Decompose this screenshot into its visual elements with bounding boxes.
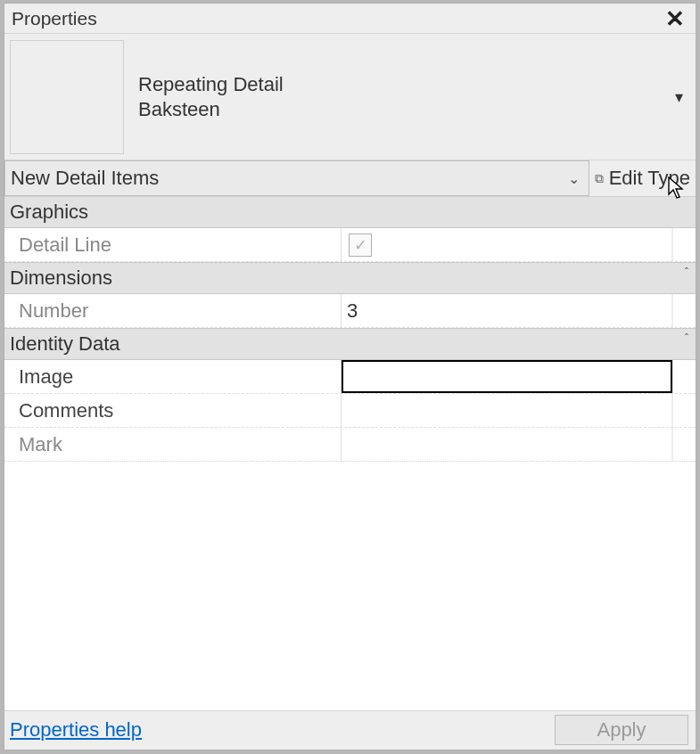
group-header-dimensions[interactable]: Dimensions ˆ — [4, 262, 696, 294]
panel-header: Properties ✕ — [4, 4, 696, 34]
apply-button[interactable]: Apply — [555, 715, 688, 745]
group-header-identity-data[interactable]: Identity Data ˆ — [4, 328, 696, 360]
property-label: Comments — [4, 394, 342, 427]
property-label: Mark — [4, 428, 342, 461]
property-row: Image — [4, 360, 696, 394]
panel-footer: Properties help Apply — [4, 710, 696, 750]
property-row: Mark — [4, 428, 696, 462]
group-label: Identity Data — [10, 332, 120, 355]
collapse-icon[interactable]: ˆ — [685, 266, 688, 279]
instance-filter-dropdown[interactable]: New Detail Items ⌄ — [4, 160, 589, 196]
panel-title: Properties — [12, 8, 97, 29]
property-end-gutter — [672, 294, 696, 327]
group-label: Graphics — [10, 201, 88, 223]
family-name: Repeating Detail — [138, 73, 669, 96]
close-icon[interactable]: ✕ — [662, 7, 688, 30]
collapse-icon[interactable]: ˆ — [685, 332, 688, 345]
checkbox[interactable]: ✓ — [349, 234, 372, 257]
type-name: Baksteen — [138, 98, 669, 121]
property-value: ✓ — [342, 228, 672, 261]
image-field[interactable] — [349, 362, 665, 391]
type-thumbnail — [10, 40, 124, 154]
chevron-down-icon: ⌄ — [568, 170, 580, 187]
filter-row: New Detail Items ⌄ ⧉ Edit Type — [4, 160, 696, 196]
property-value[interactable] — [342, 428, 672, 461]
chevron-down-icon[interactable]: ▾ — [669, 87, 688, 107]
properties-panel: Properties ✕ Repeating Detail Baksteen ▾… — [4, 3, 696, 750]
property-row: Comments — [4, 394, 696, 428]
property-value[interactable] — [342, 360, 672, 393]
number-field[interactable] — [347, 294, 666, 327]
type-text: Repeating Detail Baksteen — [138, 73, 669, 121]
property-end-gutter — [672, 428, 696, 461]
property-row: Detail Line ✓ — [4, 228, 696, 262]
property-end-gutter — [672, 228, 696, 261]
edit-type-icon: ⧉ — [595, 171, 604, 186]
property-value[interactable] — [342, 394, 672, 427]
properties-body: Graphics Detail Line ✓ Dimensions ˆ Numb… — [4, 196, 696, 710]
property-label: Detail Line — [4, 228, 342, 261]
property-end-gutter — [672, 360, 696, 393]
type-selector[interactable]: Repeating Detail Baksteen ▾ — [4, 34, 696, 160]
property-label: Number — [4, 294, 342, 327]
edit-type-button[interactable]: ⧉ Edit Type — [595, 160, 696, 196]
mark-field[interactable] — [347, 428, 666, 461]
property-end-gutter — [672, 394, 696, 427]
comments-field[interactable] — [347, 394, 666, 427]
edit-type-label: Edit Type — [609, 167, 690, 190]
properties-help-link[interactable]: Properties help — [10, 718, 142, 742]
group-label: Dimensions — [10, 266, 112, 289]
property-value[interactable] — [342, 294, 672, 327]
property-label: Image — [4, 360, 342, 393]
property-row: Number — [4, 294, 696, 328]
empty-area — [4, 462, 696, 710]
group-header-graphics[interactable]: Graphics — [4, 197, 696, 228]
instance-filter-label: New Detail Items — [11, 167, 159, 190]
